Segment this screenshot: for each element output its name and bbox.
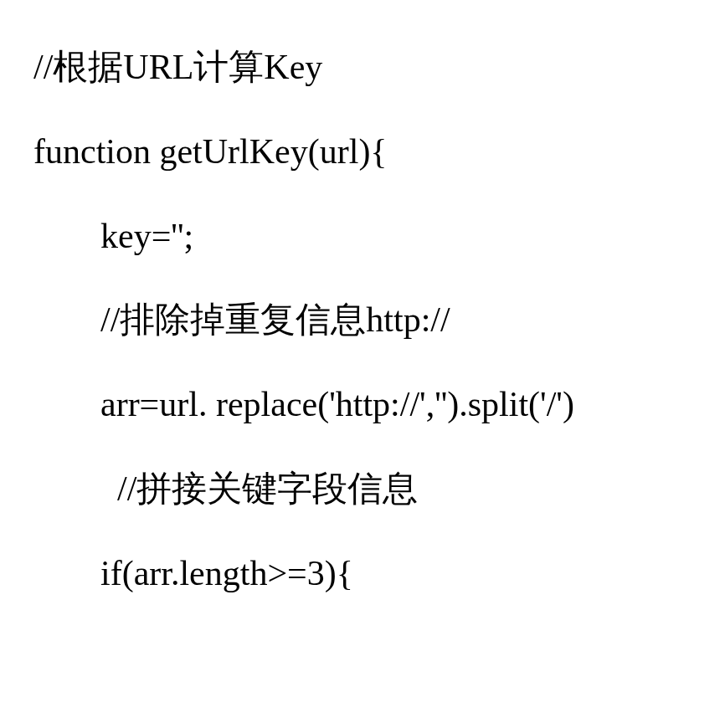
code-comment-line-1: //根据URL计算Key: [33, 25, 692, 110]
code-if-statement: if(arr.length>=3){: [33, 531, 692, 616]
code-assignment-line-1: key='';: [33, 194, 692, 279]
code-function-declaration: function getUrlKey(url){: [33, 110, 692, 194]
code-comment-line-3: //拼接关键字段信息: [33, 447, 692, 531]
code-comment-line-2: //排除掉重复信息http://: [33, 278, 692, 362]
code-assignment-line-2: arr=url. replace('http://','').split('/'…: [33, 362, 692, 447]
